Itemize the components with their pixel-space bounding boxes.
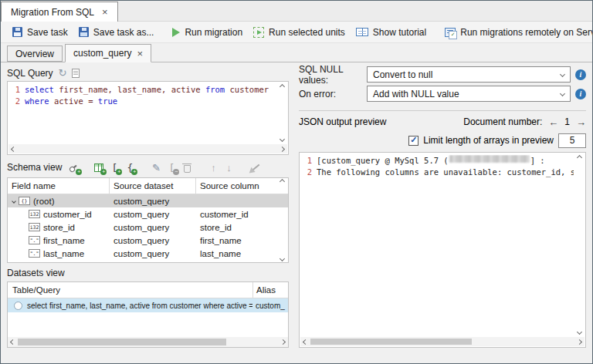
show-tutorial-button[interactable]: Show tutorial xyxy=(351,25,432,40)
field-name: last_name xyxy=(43,249,84,258)
scroll-up-icon[interactable] xyxy=(280,179,285,184)
info-icon[interactable]: i xyxy=(575,89,586,99)
redacted-server-address xyxy=(449,155,530,163)
document-icon[interactable] xyxy=(72,69,80,78)
line-number: 1 xyxy=(10,84,20,96)
edit-pencil-icon[interactable]: ✎ xyxy=(150,161,162,174)
wand-icon[interactable] xyxy=(68,161,80,174)
field-name: store_id xyxy=(43,223,75,232)
tab-migration-from-sql[interactable]: Migration From SQL × xyxy=(1,2,118,22)
close-icon[interactable]: × xyxy=(137,49,143,59)
column-header-alias[interactable]: Alias xyxy=(252,282,288,298)
previous-document-icon[interactable]: ← xyxy=(548,117,558,127)
table-row[interactable]: last_name custom_query last_name xyxy=(8,247,288,260)
horizontal-scrollbar[interactable] xyxy=(300,337,585,346)
floppy-disk-as-icon xyxy=(79,27,89,37)
scroll-down-icon[interactable] xyxy=(577,329,582,335)
horizontal-scrollbar[interactable] xyxy=(8,144,287,153)
remove-array-icon: [ xyxy=(165,161,178,174)
on-error-select[interactable]: Add with NULL value xyxy=(367,86,571,102)
column-header-source-dataset[interactable]: Source dataset xyxy=(110,178,196,194)
run-selected-units-button[interactable]: Run selected units xyxy=(248,25,351,40)
show-tutorial-label: Show tutorial xyxy=(373,27,426,38)
source-column: store_id xyxy=(196,223,288,232)
int32-type-icon xyxy=(29,210,40,218)
json-preview-editor[interactable]: 1[custom_query @ MySql 5.7 (] : 2The fol… xyxy=(299,152,586,348)
radio-circle-icon[interactable] xyxy=(14,302,22,310)
limit-arrays-label: Limit length of arrays in preview xyxy=(423,135,554,146)
chevron-down-icon[interactable] xyxy=(12,199,16,204)
scroll-right-icon[interactable] xyxy=(280,339,286,345)
run-selected-units-label: Run selected units xyxy=(269,27,345,38)
tab-custom-query[interactable]: custom_query × xyxy=(65,44,151,62)
vertical-scrollbar[interactable] xyxy=(278,180,286,261)
run-migration-button[interactable]: Run migration xyxy=(167,25,248,40)
left-panel: SQL Query ↻ 1select first_name, last_nam… xyxy=(7,66,289,348)
limit-arrays-checkbox[interactable]: ✓ xyxy=(408,136,418,146)
server-icon xyxy=(445,28,456,37)
string-type-icon xyxy=(29,236,40,244)
on-error-label: On error: xyxy=(299,89,367,99)
close-icon[interactable]: × xyxy=(102,7,108,17)
sql-code[interactable]: 1select first_name, last_name, active fr… xyxy=(10,84,276,143)
tab-overview[interactable]: Overview xyxy=(7,46,63,62)
next-document-icon[interactable]: → xyxy=(576,117,586,127)
table-row[interactable]: customer_id custom_query customer_id xyxy=(8,207,288,221)
run-migration-label: Run migration xyxy=(185,27,242,38)
sql-keyword: select xyxy=(25,84,54,96)
sql-keyword: where xyxy=(25,96,49,107)
dataset-alias: custom_ xyxy=(252,302,288,310)
scrollbar-thumb[interactable] xyxy=(18,339,226,345)
scroll-right-icon[interactable] xyxy=(577,339,582,344)
column-header-field-name[interactable]: Field name xyxy=(8,178,110,194)
scroll-right-icon[interactable] xyxy=(280,146,285,151)
column-header-source-column[interactable]: Source column xyxy=(196,178,288,194)
refresh-icon[interactable]: ↻ xyxy=(59,68,67,78)
add-document-icon[interactable]: { xyxy=(124,161,136,174)
array-limit-input[interactable] xyxy=(558,133,586,148)
field-name: customer_id xyxy=(43,210,92,219)
save-task-button[interactable]: Save task xyxy=(7,25,73,40)
table-row-root[interactable]: (root) custom_query xyxy=(8,194,288,207)
on-error-row: On error: Add with NULL value i xyxy=(299,86,586,102)
scroll-left-icon[interactable] xyxy=(303,339,308,344)
json-preview-title: JSON output preview xyxy=(299,116,386,127)
save-task-as-button[interactable]: Save task as... xyxy=(73,25,160,40)
scroll-down-icon[interactable] xyxy=(280,136,285,142)
schema-table-header: Field name Source dataset Source column xyxy=(8,178,288,194)
column-header-table-query[interactable]: Table/Query xyxy=(8,285,252,295)
scroll-up-icon[interactable] xyxy=(577,155,582,160)
field-name: first_name xyxy=(43,236,85,245)
sql-line-1: 1select first_name, last_name, active fr… xyxy=(10,84,276,96)
sql-editor[interactable]: 1select first_name, last_name, active fr… xyxy=(7,81,289,155)
scroll-up-icon[interactable] xyxy=(280,84,285,89)
table-row[interactable]: store_id custom_query store_id xyxy=(8,221,288,234)
status-strip xyxy=(1,351,592,363)
table-row[interactable]: select first_name, last_name, active fro… xyxy=(8,298,288,312)
scrollbar-thumb[interactable] xyxy=(310,339,472,345)
sql-query-header: SQL Query ↻ xyxy=(7,66,289,79)
sql-identifier: first_name, last_name, active xyxy=(54,84,205,96)
save-task-label: Save task xyxy=(27,27,68,38)
run-remote-button[interactable]: Run migrations remotely on Server 3T xyxy=(439,25,593,40)
move-up-icon: ↑ xyxy=(207,161,219,174)
info-icon[interactable]: i xyxy=(575,69,586,80)
add-table-icon[interactable] xyxy=(93,161,105,174)
scroll-left-icon[interactable] xyxy=(11,146,16,151)
overview-tab-label: Overview xyxy=(15,49,54,59)
scroll-left-icon[interactable] xyxy=(10,339,15,345)
vertical-scrollbar[interactable] xyxy=(574,153,585,336)
sql-line-2: 2where active = true xyxy=(10,96,276,107)
json-preview-code[interactable]: 1[custom_query @ MySql 5.7 (] : 2The fol… xyxy=(302,155,574,336)
add-array-icon[interactable]: [ xyxy=(108,161,120,174)
sql-null-values-select[interactable]: Convert to null xyxy=(367,66,571,83)
sql-query-title: SQL Query xyxy=(7,68,53,79)
scroll-down-icon[interactable] xyxy=(280,256,285,261)
horizontal-scrollbar[interactable] xyxy=(8,337,288,347)
source-dataset: custom_query xyxy=(110,236,196,245)
sql-keyword: true xyxy=(98,96,117,107)
vertical-scrollbar[interactable] xyxy=(277,83,287,143)
table-row[interactable]: first_name custom_query first_name xyxy=(8,234,288,247)
json-line-1: 1[custom_query @ MySql 5.7 (] : xyxy=(302,155,574,167)
document-number-control: Document number: ← 1 → xyxy=(463,116,586,127)
